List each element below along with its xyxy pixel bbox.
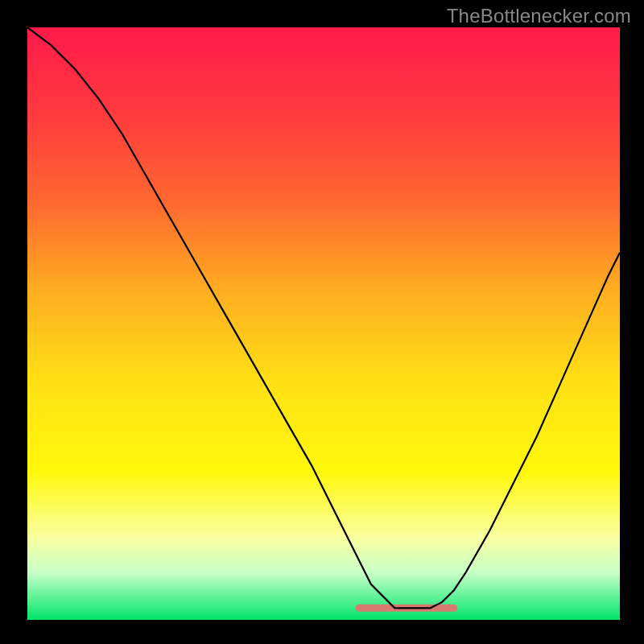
bottleneck-chart [27, 27, 620, 620]
plot-area [27, 27, 620, 620]
watermark-text: TheBottlenecker.com [447, 5, 631, 27]
chart-frame: TheBottlenecker.com [0, 0, 644, 644]
gradient-background [27, 27, 620, 620]
